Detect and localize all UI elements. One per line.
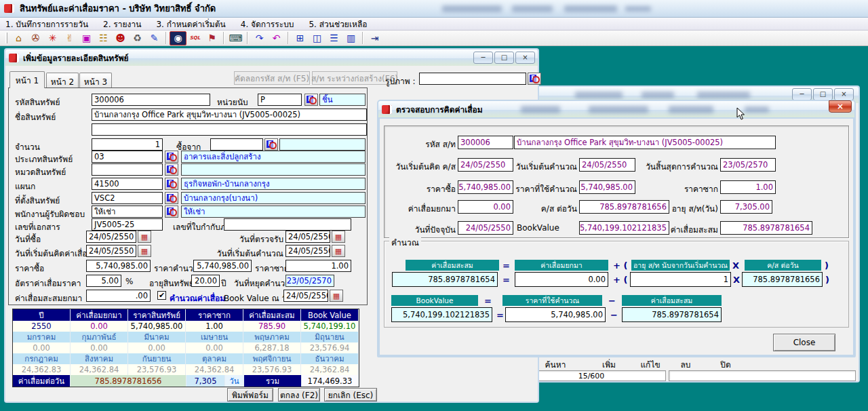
receive-date-field[interactable]: 24/05/2550 [285, 231, 330, 243]
home-icon[interactable]: ⌂ [10, 31, 27, 45]
tax-no-field[interactable] [224, 218, 351, 231]
satellite-dish-icon[interactable]: ◉ [170, 31, 186, 45]
calc-price-field[interactable]: 5,740,985.00 [193, 260, 252, 272]
edit-grid-icon[interactable]: ✎ [146, 31, 163, 45]
eq1-result-value: 785.8978781654 [392, 272, 498, 287]
menu-item-help[interactable]: 5. ส่วนช่วยเหลือ [309, 18, 367, 31]
month-cell: กุมภาพันธ์ [71, 332, 128, 342]
tab-page3[interactable]: หน้า 3 [79, 73, 112, 88]
col-asset-price: ราคาสินทรัพย์ [128, 309, 186, 321]
video-camera-icon[interactable]: ✇ [27, 31, 44, 45]
unit-field[interactable]: P [258, 94, 302, 106]
buy-from-lookup-button[interactable] [264, 138, 278, 151]
hand-icon[interactable]: ✌ [61, 31, 78, 45]
tile-vertical-icon[interactable]: ◫ [309, 31, 326, 45]
accum-bf-field[interactable]: .00 [86, 290, 151, 302]
edit-button[interactable]: แก้ไข [633, 358, 667, 369]
search-button[interactable]: ค้นหา [536, 358, 575, 369]
calc-depreciation-checkbox[interactable]: ✔ [157, 291, 166, 300]
calendar-button[interactable]: ▦ [330, 290, 343, 302]
app-title: สินทรัพย์และค่าเสื่อมราคา - บริษัท วิทยา… [20, 1, 216, 16]
asset-group-field[interactable] [92, 163, 163, 176]
month-cell: ตุลาคม [186, 353, 243, 364]
department-field[interactable]: 41500 [92, 178, 163, 190]
bv-date-field[interactable]: 24/05/2550 [283, 290, 328, 302]
dialog-close-button[interactable]: × [829, 100, 852, 113]
eq1-b-value: 1 [630, 272, 731, 287]
dep-start-field[interactable]: 24/05/2550 [86, 245, 136, 257]
delete-button[interactable]: ลบ [674, 358, 697, 369]
maximize-window-icon[interactable]: ⊞ [292, 31, 309, 45]
copy-add-icon[interactable]: ▣ [78, 31, 95, 45]
calendar-button[interactable]: ▦ [138, 231, 151, 243]
calendar-button[interactable]: ▦ [332, 231, 345, 243]
restore-button[interactable]: □ [494, 52, 514, 64]
salvage-label: ราคาซาก [255, 262, 289, 272]
month-value: 23,576.93 [243, 364, 301, 375]
menu-item-reports[interactable]: 2. รายงาน [103, 18, 141, 31]
image-field[interactable] [419, 73, 526, 85]
tab-page1[interactable]: หน้า 1 [9, 71, 45, 88]
asset-type-lookup-button[interactable] [165, 151, 178, 163]
department-lookup-button[interactable] [165, 178, 178, 190]
exit-icon[interactable]: ⇥ [366, 31, 383, 45]
minimize-button[interactable]: ─ [792, 88, 812, 100]
add-button[interactable]: เพิ่ม [594, 358, 624, 369]
image-lookup-button[interactable] [528, 73, 541, 85]
cascade-windows-icon[interactable]: ▥ [342, 31, 359, 45]
location-field[interactable]: VSC2 [92, 192, 163, 204]
location-lookup-button[interactable] [165, 192, 178, 204]
sql-icon[interactable]: SQL [186, 31, 203, 45]
month-cell: มิถุนายน [301, 332, 359, 342]
buy-from-field[interactable] [210, 138, 263, 151]
copy-asset-code-button[interactable]: คัดลอกรหัส ส/ท (F5) [234, 71, 310, 85]
tile-horizontal-icon[interactable]: ☰ [326, 31, 342, 45]
quantity-field[interactable]: 1 [92, 138, 163, 151]
calc-start-field[interactable]: 24/05/2550 [285, 245, 330, 257]
copy-forward-icon[interactable]: ↷ [251, 31, 268, 45]
restore-button[interactable]: □ [813, 88, 833, 100]
salvage-field[interactable]: 1.00 [285, 260, 351, 272]
year-cell: 2550 [13, 321, 71, 332]
calendar-button[interactable]: ▦ [332, 245, 345, 257]
asset-type-field[interactable]: 03 [92, 151, 163, 163]
close-button[interactable]: Close [773, 334, 835, 351]
ok-button[interactable]: ตกลง (F2) [278, 388, 320, 402]
dep-rate-field[interactable]: 5.00 [86, 275, 121, 287]
language-flag-icon[interactable]: ⚑ [203, 31, 220, 45]
asset-name2-field[interactable] [92, 123, 367, 136]
equals-operator: = [502, 275, 510, 285]
close-paren-operator: ) [825, 260, 829, 271]
minimize-button[interactable]: ─ [473, 52, 493, 64]
multiply-operator: X [732, 260, 739, 271]
life-field[interactable]: 20.00 [191, 275, 220, 287]
trash-icon[interactable]: ♻ [129, 31, 146, 45]
daily-dep-label: ค่าเสื่อมต่อวัน [13, 375, 71, 387]
doc-no-field[interactable]: JV5005-25 [92, 218, 163, 231]
asset-name-field[interactable]: บ้านกลางกรุง Office Park สุขุมวิท-บางนา … [92, 109, 367, 121]
unit-lookup-button[interactable] [304, 94, 318, 106]
delete-user-icon[interactable]: ☻ [112, 31, 129, 45]
tab-page2[interactable]: หน้า 2 [46, 73, 79, 88]
cancel-button[interactable]: ยกเลิก (Esc) [324, 388, 377, 402]
asset-code-field[interactable]: 300006 [92, 94, 210, 106]
menu-item-daily-entry[interactable]: 1. บันทึกรายการรายวัน [5, 18, 88, 31]
eq2-b-value: 785.8978781654 [622, 307, 722, 322]
calendar-button[interactable]: ▦ [138, 245, 151, 257]
menu-item-defaults[interactable]: 3. กำหนดค่าเริ่มต้น [156, 18, 225, 31]
menu-item-system[interactable]: 4. จัดการระบบ [241, 18, 294, 31]
refresh-icon[interactable]: ✳ [44, 31, 61, 45]
calculator-icon[interactable]: ⌨ [227, 31, 244, 45]
buy-price-field[interactable]: 5,740,985.00 [86, 260, 151, 272]
close-list-button[interactable]: ปิด [712, 358, 739, 369]
org-chart-icon[interactable]: ☷ [95, 31, 112, 45]
close-button[interactable]: × [515, 52, 535, 64]
copy-back-icon[interactable]: ↶ [268, 31, 285, 45]
close-button[interactable]: × [834, 88, 854, 100]
department-label: แผนก [15, 180, 35, 190]
print-form-button[interactable]: พิมพ์ฟอร์ม [227, 388, 273, 402]
asset-group-lookup-button[interactable] [165, 163, 178, 176]
buy-date-field[interactable]: 24/05/2550 [86, 231, 136, 243]
responsible-lookup-button[interactable] [165, 206, 178, 218]
responsible-field[interactable]: ให้เช่า [92, 206, 163, 218]
